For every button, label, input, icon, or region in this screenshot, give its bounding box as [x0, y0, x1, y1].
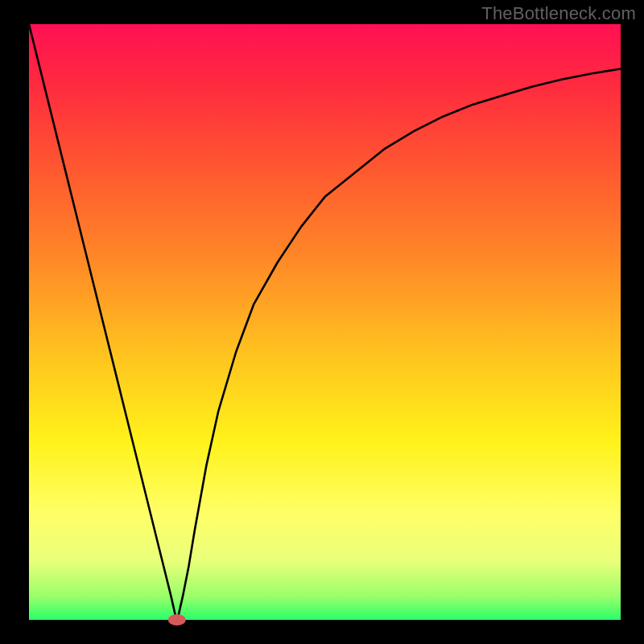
chart-svg — [0, 0, 644, 644]
watermark-text: TheBottleneck.com — [481, 3, 636, 24]
bottleneck-chart: TheBottleneck.com — [0, 0, 644, 644]
optimum-marker — [168, 614, 186, 625]
plot-background — [29, 24, 621, 620]
